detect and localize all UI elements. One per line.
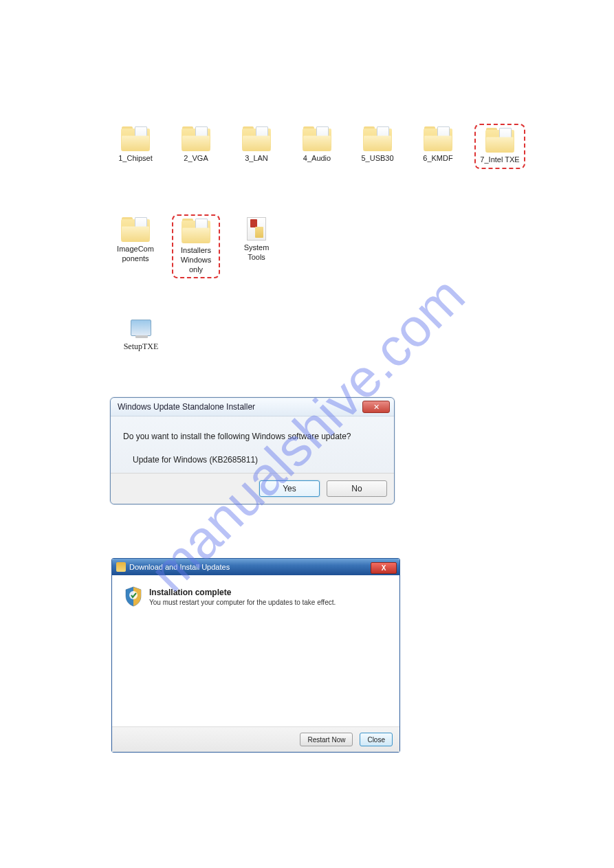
folder-row-2: ImageCom ponents Installers Windows only… (111, 214, 281, 278)
dialog2-footer: Restart Now Close (112, 726, 399, 752)
close-button-footer[interactable]: Close (360, 733, 393, 746)
setup-txe-shortcut[interactable]: SetupTXE (117, 320, 165, 352)
dialog1-body: Do you want to install the following Win… (111, 416, 394, 473)
shield-icon (124, 586, 142, 607)
close-button[interactable]: ✕ (362, 401, 390, 413)
dialog1-title: Windows Update Standalone Installer (118, 402, 255, 412)
dialog2-heading: Installation complete (149, 588, 336, 597)
close-icon: X (382, 564, 386, 572)
svg-point-0 (129, 591, 138, 599)
folder-row-1: 1_Chipset 2_VGA 3_LAN 4_Audio 5_USB30 6_… (111, 124, 525, 169)
dialog-windows-update-standalone: Windows Update Standalone Installer ✕ Do… (110, 397, 395, 504)
dialog1-footer: Yes No (111, 473, 394, 504)
dialog1-update-name: Update for Windows (KB2685811) (123, 455, 382, 465)
folder-label: Installers Windows only (181, 246, 212, 274)
restart-now-label: Restart Now (307, 736, 345, 744)
dialog1-question: Do you want to install the following Win… (123, 432, 382, 441)
folder-installers-windows-only[interactable]: Installers Windows only (172, 214, 220, 278)
folder-icon (242, 126, 271, 151)
no-button[interactable]: No (327, 480, 387, 497)
folder-icon (182, 219, 210, 243)
folder-label: 5_USB30 (361, 154, 393, 164)
folder-label: ImageCom ponents (117, 245, 154, 264)
folder-lan[interactable]: 3_LAN (232, 124, 281, 169)
tools-icon (247, 217, 266, 241)
folder-icon (424, 126, 452, 151)
close-button[interactable]: X (371, 562, 397, 574)
folder-vga[interactable]: 2_VGA (172, 124, 220, 169)
yes-button-label: Yes (283, 484, 296, 493)
update-icon (116, 562, 126, 572)
dialog2-title: Download and Install Updates (129, 563, 230, 571)
folder-chipset[interactable]: 1_Chipset (111, 124, 160, 169)
folder-label: 6_KMDF (423, 154, 452, 164)
folder-label: 4_Audio (303, 154, 331, 164)
dialog2-titlebar: Download and Install Updates X (112, 559, 399, 575)
close-label: Close (367, 736, 385, 744)
setup-txe-label: SetupTXE (124, 342, 159, 352)
dialog1-titlebar: Windows Update Standalone Installer ✕ (111, 398, 394, 416)
yes-button[interactable]: Yes (259, 480, 320, 497)
restart-now-button[interactable]: Restart Now (300, 733, 353, 746)
folder-label: 1_Chipset (118, 154, 153, 164)
folder-icon (303, 126, 331, 151)
folder-icon (363, 126, 392, 151)
folder-icon (121, 217, 150, 242)
folder-audio[interactable]: 4_Audio (293, 124, 341, 169)
folder-label: System Tools (244, 243, 270, 263)
folder-usb30[interactable]: 5_USB30 (353, 124, 402, 169)
monitor-icon (131, 320, 151, 336)
folder-icon (182, 126, 210, 151)
folder-imagecomponents[interactable]: ImageCom ponents (111, 214, 160, 278)
folder-kmdf[interactable]: 6_KMDF (414, 124, 462, 169)
folder-system-tools[interactable]: System Tools (232, 214, 281, 278)
folder-intel-txe[interactable]: 7_Intel TXE (474, 124, 525, 169)
dialog2-body: Installation complete You must restart y… (112, 575, 399, 726)
folder-label: 7_Intel TXE (480, 155, 519, 165)
dialog-download-install-updates: Download and Install Updates X Installat… (111, 558, 400, 753)
folder-icon (121, 126, 150, 151)
dialog2-subtext: You must restart your computer for the u… (149, 599, 336, 606)
folder-label: 3_LAN (245, 154, 268, 164)
folder-label: 2_VGA (184, 154, 208, 164)
folder-icon (485, 128, 514, 153)
no-button-label: No (351, 484, 362, 493)
close-icon: ✕ (373, 403, 380, 411)
